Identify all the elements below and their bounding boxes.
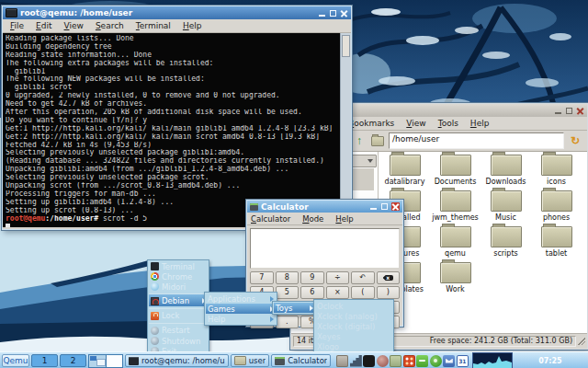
close-icon[interactable] (576, 107, 584, 115)
tray-icon[interactable] (336, 355, 348, 367)
terminal-window[interactable]: root@qemu: /home/user FileEditViewSearch… (2, 6, 352, 230)
toys-submenu-item[interactable]: Xclock (digital) (315, 321, 392, 331)
folder-item[interactable]: jwm_themes (430, 189, 481, 224)
path-input[interactable]: /home/user (389, 132, 564, 149)
folder-item[interactable]: scripts (481, 224, 531, 260)
folder-icon (541, 226, 572, 247)
terminal-line: Get:2 http://http.kali.org/kali/ kali/ma… (6, 133, 339, 142)
qemu-menu-button[interactable]: Qemu (2, 354, 29, 367)
tray-icon[interactable] (416, 355, 428, 367)
terminal-menu-item[interactable]: View (64, 21, 84, 30)
workspace-2-button[interactable]: 2 (60, 354, 86, 367)
fm-menu-item[interactable]: Tools (438, 119, 458, 128)
tray-icon[interactable] (430, 355, 442, 367)
calculator-menu-item[interactable]: Calculator (251, 214, 290, 224)
debian-submenu-item[interactable]: Applications (206, 293, 276, 304)
up-button[interactable]: ↑ (352, 133, 367, 148)
tray-icon[interactable] (350, 355, 362, 367)
clock[interactable]: 07:25 (514, 357, 586, 365)
maximize-icon[interactable] (380, 202, 389, 211)
scrollbar-thumb[interactable] (342, 35, 350, 57)
tray-icon[interactable] (363, 355, 375, 367)
calculator-key[interactable]: ÷ (326, 271, 350, 284)
terminal-menu-item[interactable]: Edit (36, 21, 51, 30)
folder-item[interactable]: tablet (531, 224, 582, 260)
terminal-titlebar[interactable]: root@qemu: /home/user (3, 6, 351, 19)
tray-icon[interactable] (403, 355, 415, 367)
terminal-scrollbar[interactable] (340, 33, 351, 227)
calculator-key[interactable]: 9 (300, 271, 324, 284)
workspace-pager[interactable] (88, 354, 123, 368)
terminal-line: The following NEW packages will be insta… (6, 75, 339, 84)
calculator-key[interactable]: 8 (276, 271, 300, 284)
debian-submenu-item[interactable]: Games (206, 304, 276, 314)
calculator-menu-item[interactable]: Help (335, 214, 353, 224)
terminal-icon (6, 8, 17, 17)
workspace-1-button[interactable]: 1 (31, 354, 58, 367)
minimize-icon[interactable] (554, 107, 562, 115)
terminal-screen[interactable]: Reading package lists... DoneBuilding de… (3, 33, 351, 227)
calculator-display[interactable] (250, 228, 400, 269)
taskbar-task-button[interactable]: user (231, 354, 270, 367)
calculator-menu-item[interactable]: Mode (302, 214, 323, 224)
calculator-titlebar[interactable]: Calculator (247, 201, 402, 213)
folder-item[interactable]: qemu (430, 224, 481, 260)
taskbar-task-button[interactable]: Calculator (271, 354, 331, 367)
close-icon[interactable] (391, 202, 400, 211)
pager-desktop-1[interactable] (89, 355, 106, 367)
toys-submenu-item[interactable]: Xclock (analog) (315, 311, 392, 321)
maximize-icon[interactable] (565, 107, 573, 115)
root-menu-item[interactable]: Chrome (149, 271, 208, 282)
tray-icon[interactable] (443, 355, 455, 367)
sidebar-item[interactable] (348, 168, 374, 190)
minimize-icon[interactable] (369, 202, 378, 211)
resize-grip[interactable] (578, 338, 585, 345)
debian-submenu-item[interactable]: Help (206, 314, 276, 324)
maximize-icon[interactable] (329, 9, 337, 17)
terminal-menu-item[interactable]: Search (96, 21, 124, 30)
root-menu-item[interactable]: Restart (149, 323, 208, 336)
folder-item[interactable]: Documents (430, 153, 481, 189)
pager-desktop-2[interactable] (106, 355, 123, 367)
tray-icon[interactable] (390, 355, 401, 367)
folder-item[interactable]: phones (531, 189, 582, 224)
root-menu-item[interactable]: Shutdown (149, 336, 208, 346)
tray-icon[interactable] (377, 355, 389, 367)
games-submenu-item[interactable]: Toys (274, 303, 315, 313)
terminal-line: Selecting previously unselected package … (6, 174, 339, 182)
root-menu-item[interactable]: Midori (149, 282, 208, 292)
calculator-key[interactable]: 6 (300, 286, 324, 299)
calculator-key[interactable]: ( (351, 286, 375, 299)
folder-item[interactable]: icons (531, 153, 582, 189)
toys-submenu-item[interactable]: Xlogo (315, 341, 392, 351)
folder-item[interactable]: Work (430, 260, 481, 296)
toys-submenu-item[interactable]: Xeyes (315, 331, 392, 341)
root-menu-item[interactable]: Lock (149, 308, 208, 321)
sidebar-dropdown[interactable] (348, 155, 377, 167)
fm-menu-item[interactable]: View (406, 119, 425, 128)
terminal-menu-item[interactable]: File (10, 21, 24, 30)
fm-menu-item[interactable]: Bookmarks (348, 119, 394, 128)
folder-item[interactable]: Downloads (481, 153, 531, 189)
taskbar-task-button[interactable]: root@qemu: /home/u (125, 354, 229, 367)
calculator-key[interactable]: x (377, 271, 401, 284)
calculator-key[interactable]: 7 (250, 271, 274, 284)
calculator-key[interactable]: × (326, 286, 350, 299)
home-folder-button[interactable] (370, 133, 385, 148)
terminal-menu-item[interactable]: Help (183, 21, 202, 30)
minimize-icon[interactable] (318, 9, 326, 17)
tray-icon[interactable]: 31 (457, 355, 469, 367)
toys-submenu-item[interactable]: Oclock (315, 301, 392, 311)
folder-item[interactable]: Music (481, 189, 531, 224)
calculator-key[interactable]: . (276, 316, 300, 328)
calculator-key[interactable]: ↶ (351, 271, 375, 284)
folder-item[interactable]: datalibrary (379, 153, 430, 189)
calculator-key[interactable]: ) (377, 286, 401, 299)
fm-menu-item[interactable]: Help (470, 119, 490, 128)
refresh-button[interactable]: ↻ (568, 133, 582, 148)
root-menu-item[interactable]: Terminal (149, 261, 208, 271)
calculator-key[interactable]: 5 (276, 286, 300, 299)
terminal-menu-item[interactable]: Terminal (136, 21, 171, 30)
close-icon[interactable] (340, 9, 348, 17)
root-menu-item[interactable]: Debian (149, 293, 208, 306)
